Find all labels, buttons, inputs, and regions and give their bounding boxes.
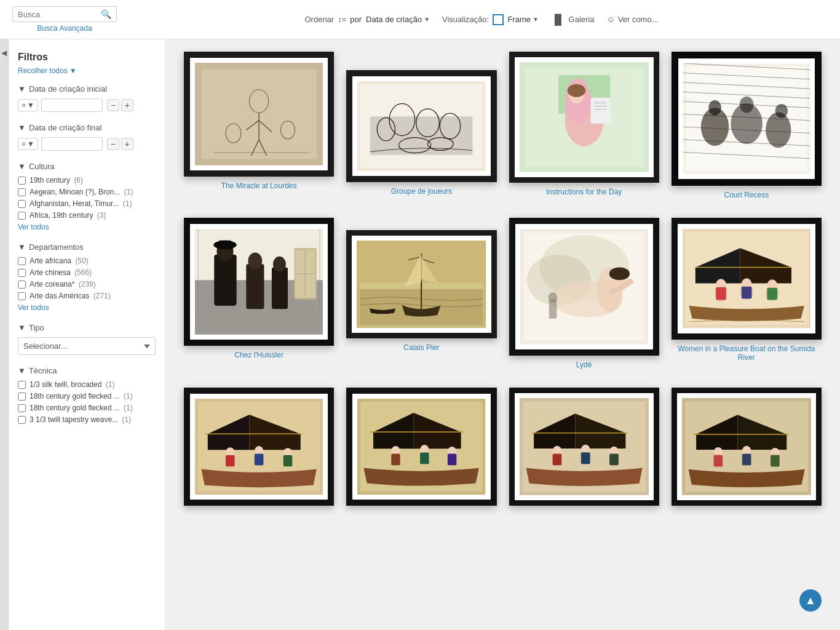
cultura-check-2[interactable] (18, 200, 26, 208)
search-icon[interactable]: 🔍 (101, 9, 111, 19)
frame-4[interactable] (672, 52, 822, 186)
search-area: 🔍 Busca Avançada (12, 6, 117, 33)
sort-arrow-icon: ▼ (424, 16, 430, 23)
scroll-to-top-button[interactable]: ▲ (799, 589, 822, 612)
art-grid: The Miracle at Lourdes (184, 52, 822, 511)
svg-rect-146 (713, 455, 723, 466)
cultura-check-1[interactable] (18, 188, 26, 196)
artwork-label-5[interactable]: Chez l'Huissler (234, 351, 283, 359)
sort-dropdown[interactable]: por Data de criação ▼ (350, 15, 430, 24)
tecnica-check-3[interactable] (18, 416, 26, 424)
filter-data-final-title[interactable]: ▼ Data de criação final (18, 123, 156, 132)
svg-rect-118 (391, 453, 400, 465)
svg-rect-124 (448, 453, 457, 465)
recolher-todos-link[interactable]: Recolher todos ▼ (18, 66, 156, 75)
artwork-svg-8 (683, 229, 810, 328)
date-inicial-input[interactable] (41, 98, 103, 112)
artwork-item-6: Calais Pier (346, 218, 496, 369)
dept-check-3[interactable] (18, 292, 26, 300)
svg-rect-53 (220, 241, 231, 248)
filter-data-inicial-title[interactable]: ▼ Data de criação inicial (18, 84, 156, 94)
frame-inner-11 (515, 393, 654, 500)
search-box[interactable]: 🔍 (12, 6, 117, 22)
sort-label: Ordenar (304, 15, 334, 24)
filter-cultura-title[interactable]: ▼ Cultura (18, 162, 156, 171)
artwork-label-4[interactable]: Court Recess (724, 191, 769, 199)
plus-minus-final: − + (107, 138, 133, 150)
minus-btn-final[interactable]: − (107, 138, 119, 150)
eq-selector-inicial[interactable]: = ▼ (18, 99, 38, 111)
artwork-svg-12 (682, 398, 811, 495)
filter-tecnica: ▼ Técnica 1/3 silk twill, brocaded (1) 1… (18, 366, 156, 424)
search-input[interactable] (18, 10, 101, 19)
artwork-label-2[interactable]: Groupe de joueurs (391, 187, 452, 196)
plus-minus-inicial: − + (107, 99, 133, 111)
svg-point-44 (766, 112, 791, 148)
list-item: Aegean, Minoan (?), Bron... (1) (18, 188, 156, 196)
filter-tipo-title[interactable]: ▼ Tipo (18, 323, 156, 332)
recolher-arrow-icon: ▼ (69, 66, 77, 75)
frame-9[interactable] (184, 388, 334, 506)
by-label: por (350, 15, 362, 24)
frame-3[interactable] (509, 52, 659, 183)
frame-6[interactable] (346, 230, 496, 338)
frame-8[interactable] (672, 218, 822, 339)
artwork-svg-9 (195, 399, 323, 495)
ver-todos-cultura[interactable]: Ver todos (18, 223, 156, 231)
svg-rect-93 (742, 287, 752, 299)
svg-rect-19 (370, 116, 473, 154)
frame-10[interactable] (346, 388, 496, 506)
frame-5[interactable] (184, 218, 334, 346)
sort-value: Data de criação (366, 15, 422, 24)
dept-check-1[interactable] (18, 269, 26, 277)
minus-btn-inicial[interactable]: − (107, 99, 119, 111)
frame-arrow-icon: ▼ (533, 16, 539, 23)
collapse-icon-data-final: ▼ (18, 123, 26, 132)
svg-rect-90 (716, 287, 726, 300)
artwork-label-6[interactable]: Calais Pier (403, 343, 439, 352)
filter-tecnica-title[interactable]: ▼ Técnica (18, 366, 156, 375)
ver-todos-dept[interactable]: Ver todos (18, 303, 156, 312)
artwork-label-1[interactable]: The Miracle at Lourdes (221, 181, 297, 190)
artwork-label-8[interactable]: Women in a Pleasure Boat on the Sumida R… (672, 345, 822, 362)
frame-2[interactable] (346, 70, 496, 182)
list-item: 19th century (6) (18, 176, 156, 185)
cultura-check-0[interactable] (18, 177, 26, 185)
artwork-item-1: The Miracle at Lourdes (184, 52, 334, 199)
dept-check-2[interactable] (18, 281, 26, 289)
plus-btn-inicial[interactable]: + (121, 99, 133, 111)
tipo-select[interactable]: Selecionar... (18, 337, 156, 355)
filter-data-inicial-label: Data de criação inicial (29, 84, 107, 94)
frame-1[interactable] (184, 52, 334, 177)
dept-check-0[interactable] (18, 257, 26, 265)
frame-7[interactable] (509, 218, 659, 355)
sidebar-toggle[interactable]: ◀ (0, 39, 9, 630)
advanced-search-link[interactable]: Busca Avançada (12, 24, 117, 33)
frame-12[interactable] (672, 388, 822, 506)
filter-data-final: ▼ Data de criação final = ▼ − + (18, 123, 156, 151)
artwork-label-7[interactable]: Lydé (576, 361, 592, 369)
ver-como-button[interactable]: ☺ Ver como... (606, 15, 658, 24)
artwork-label-3[interactable]: Instructions for the Day (546, 188, 622, 196)
departamentos-list: Arte africana (50) Arte chinesa (566) Ar… (18, 257, 156, 300)
gallery-icon: ▐▌ (551, 14, 565, 25)
gallery-control[interactable]: ▐▌ Galeria (551, 14, 595, 25)
svg-point-26 (567, 84, 585, 97)
filter-departamentos-title[interactable]: ▼ Departamentos (18, 242, 156, 252)
svg-point-80 (609, 268, 629, 281)
recolher-label: Recolher todos (18, 66, 68, 75)
cultura-item-3: Africa, 19th century (3) (30, 211, 106, 220)
artwork-item-3: Instructions for the Day (509, 52, 659, 199)
sidebar: Filtros Recolher todos ▼ ▼ Data de criaç… (9, 39, 165, 630)
tecnica-check-0[interactable] (18, 381, 26, 389)
collapse-icon-tipo: ▼ (18, 323, 26, 332)
cultura-check-3[interactable] (18, 212, 26, 220)
tecnica-check-2[interactable] (18, 404, 26, 412)
date-final-input[interactable] (41, 137, 103, 151)
frame-dropdown[interactable]: Frame ▼ (507, 15, 538, 24)
plus-btn-final[interactable]: + (121, 138, 133, 150)
eq-selector-final[interactable]: = ▼ (18, 138, 38, 150)
svg-rect-135 (580, 452, 590, 464)
frame-11[interactable] (509, 388, 659, 506)
tecnica-check-1[interactable] (18, 393, 26, 401)
